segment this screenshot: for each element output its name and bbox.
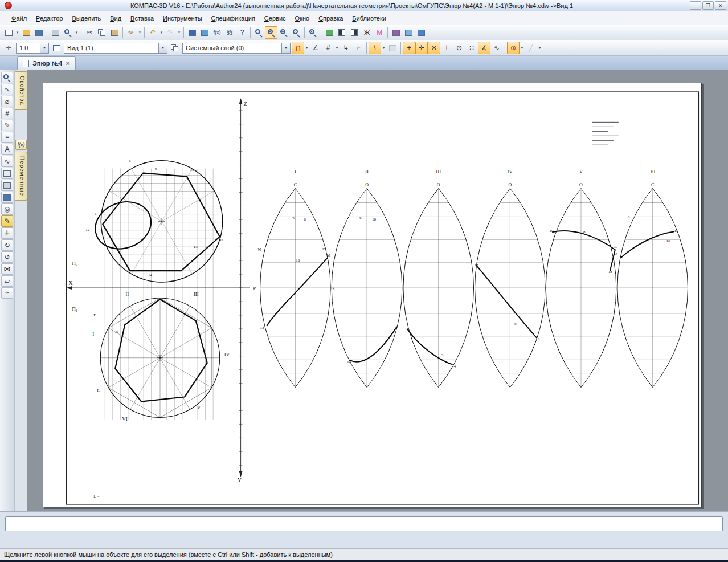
snap-magnet-dropdown-arrow[interactable]: ▼ <box>304 42 309 54</box>
variables-button[interactable]: f(x) <box>211 26 223 39</box>
highlight-mode-button[interactable]: М <box>373 26 386 39</box>
view-combobox[interactable]: Вид 1 (1) ▼ <box>64 43 167 54</box>
print-preview-button[interactable] <box>62 26 74 39</box>
edit-tool-button[interactable]: ✎ <box>1 120 13 131</box>
zoom-out-button[interactable]: − <box>277 26 290 39</box>
document-tool-button[interactable] <box>1 168 13 179</box>
menu-item-service[interactable]: Сервис <box>260 13 291 24</box>
view-tool-button[interactable] <box>1 192 13 203</box>
text-tool-button[interactable]: А <box>1 144 13 155</box>
zoom-selected-button[interactable]: ▪ <box>306 26 319 39</box>
copy-properties-dropdown-arrow[interactable]: ▼ <box>137 26 142 39</box>
view-combobox-arrow-icon[interactable]: ▼ <box>158 43 167 53</box>
snap-setup-button[interactable]: \ <box>369 42 381 54</box>
zoom-combobox[interactable]: 1.0 ▼ <box>16 43 49 54</box>
contrast-display-button[interactable] <box>348 26 361 39</box>
rotate-cw-tool-button[interactable]: ↻ <box>1 239 13 251</box>
menu-item-window[interactable]: Окно <box>291 13 314 24</box>
spreadsheet-button[interactable] <box>323 26 336 39</box>
print-preview-dropdown-arrow[interactable]: ▼ <box>74 26 79 39</box>
menu-item-select[interactable]: Выделить <box>67 13 105 24</box>
object-properties-button[interactable] <box>402 26 415 39</box>
help-button[interactable] <box>415 26 427 39</box>
move-tool-button[interactable]: ✛ <box>1 227 13 239</box>
snap-setup-dropdown-arrow[interactable]: ▼ <box>381 42 386 54</box>
menu-item-libraries[interactable]: Библиотеки <box>347 13 391 24</box>
new-document-button[interactable] <box>2 26 15 39</box>
layer-combobox[interactable]: Системный слой (0) ▼ <box>182 43 291 54</box>
snap-magnet-button[interactable]: U <box>292 42 304 54</box>
menu-item-file[interactable]: Файл <box>7 13 31 24</box>
maximize-button[interactable]: ❐ <box>702 1 714 10</box>
zoom-by-rectangle-button[interactable] <box>252 26 265 39</box>
variables-fx-icon[interactable]: f(x) <box>15 140 27 150</box>
cut-button[interactable]: ✂ <box>83 26 96 39</box>
geometry-tool-button[interactable]: ⌀ <box>1 96 13 107</box>
document-tab[interactable]: Эпюр №4 ✕ <box>17 56 76 70</box>
variables-panel-tab[interactable]: Переменные <box>15 152 27 201</box>
redo-dropdown-arrow[interactable]: ▼ <box>177 26 182 39</box>
special-characters-button[interactable]: §§ <box>223 26 236 39</box>
roundings-button[interactable]: ⊕ <box>507 42 520 54</box>
spline-tool-button[interactable]: ∿ <box>1 156 13 167</box>
layers-icon[interactable] <box>169 42 181 54</box>
menu-item-insert[interactable]: Вставка <box>126 13 158 24</box>
halftone-display-button[interactable] <box>336 26 348 39</box>
snap-angular-button[interactable]: ∡ <box>478 42 490 54</box>
zoom-tool-button[interactable] <box>1 72 13 83</box>
snap-nearest-point-button[interactable]: + <box>403 42 415 54</box>
pencil-tool-button[interactable]: ✎ <box>1 215 13 227</box>
menu-item-view[interactable]: Вид <box>105 13 126 24</box>
menu-item-specification[interactable]: Спецификация <box>207 13 260 24</box>
property-bar-field[interactable] <box>5 516 723 531</box>
snap-intersection-button[interactable]: ✕ <box>428 42 440 54</box>
zoom-in-button[interactable]: + <box>265 26 277 39</box>
grid-toggle-button[interactable]: # <box>322 42 334 54</box>
mirror-tool-button[interactable]: ⋈ <box>1 263 13 275</box>
new-document-dropdown-arrow[interactable]: ▼ <box>15 26 20 39</box>
print-button[interactable] <box>49 26 62 39</box>
save-document-button[interactable] <box>32 26 45 39</box>
close-button[interactable]: ✕ <box>715 1 726 10</box>
snap-tangent-button[interactable]: ∿ <box>490 42 503 54</box>
minimize-button[interactable]: – <box>690 1 701 10</box>
menu-item-tools[interactable]: Инструменты <box>158 13 207 24</box>
snap-grid-points-button[interactable]: ∷ <box>465 42 478 54</box>
scale-tool-button[interactable]: ▱ <box>1 275 13 287</box>
layer-combobox-arrow-icon[interactable]: ▼ <box>281 43 290 53</box>
measure-tool-button[interactable]: ≈ <box>1 287 13 299</box>
drawing-sheet[interactable]: ZYXП₂П₁IIIIIIIVVVI5919112131114FGЕ₁IIIII… <box>43 83 702 507</box>
context-help-button[interactable]: ? <box>236 26 248 39</box>
calculator-button[interactable] <box>186 26 198 39</box>
reference-book-button[interactable] <box>198 26 211 39</box>
angle-lock-button[interactable]: ∠ <box>309 42 322 54</box>
snap-normal-button[interactable]: ⊥ <box>440 42 453 54</box>
roundings-dropdown-arrow[interactable]: ▼ <box>520 42 525 54</box>
ortho-mode-button[interactable]: ⌐ <box>352 42 365 54</box>
zoom-all-button[interactable]: ◦ <box>290 26 302 39</box>
snap-midpoint-button[interactable]: ✛ <box>415 42 428 54</box>
select-tool-button[interactable]: ↖ <box>1 84 13 95</box>
grid-toggle-dropdown-arrow[interactable]: ▼ <box>334 42 340 54</box>
undo-dropdown-arrow[interactable]: ▼ <box>159 26 164 39</box>
document-manager-button[interactable] <box>390 26 402 39</box>
parameterization-tool-button[interactable]: ≡ <box>1 132 13 143</box>
insert-tool-button[interactable]: ◎ <box>1 203 13 215</box>
line-style-button[interactable]: ╱ <box>525 42 537 54</box>
projection-views[interactable] <box>66 92 698 504</box>
redo-button[interactable]: ↷ <box>164 26 177 39</box>
line-weights-button[interactable]: Ж <box>361 26 373 39</box>
local-cs-button[interactable]: ↳ <box>340 42 352 54</box>
grid-tool-button[interactable]: # <box>1 108 13 119</box>
phantoms-button[interactable] <box>386 42 399 54</box>
open-document-button[interactable] <box>20 26 32 39</box>
zoom-combobox-arrow-icon[interactable]: ▼ <box>40 43 48 53</box>
undo-button[interactable]: ↶ <box>146 26 159 39</box>
copy-properties-button[interactable]: ✑ <box>125 26 137 39</box>
drawing-canvas[interactable]: ZYXП₂П₁IIIIIIIVVVI5919112131114FGЕ₁IIIII… <box>27 70 728 511</box>
paste-button[interactable] <box>108 26 121 39</box>
sheet-tool-button[interactable] <box>1 180 13 191</box>
menu-item-help[interactable]: Справка <box>314 13 347 24</box>
snap-center-button[interactable]: ⊙ <box>453 42 465 54</box>
section-views[interactable] <box>260 189 688 388</box>
